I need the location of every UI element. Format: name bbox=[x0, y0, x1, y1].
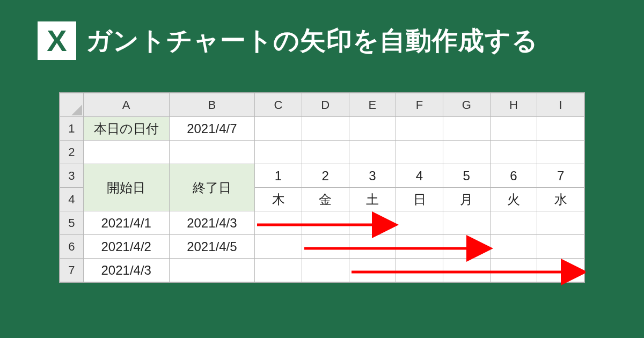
col-header-A[interactable]: A bbox=[83, 93, 169, 117]
cell-D5[interactable] bbox=[302, 211, 349, 235]
cell-F5[interactable] bbox=[396, 211, 443, 235]
cell-G6[interactable] bbox=[443, 235, 490, 259]
cell-E6[interactable] bbox=[349, 235, 396, 259]
row-header-7[interactable]: 7 bbox=[60, 259, 84, 282]
row-header-6[interactable]: 6 bbox=[60, 235, 84, 259]
cell-A2[interactable] bbox=[83, 141, 169, 164]
cell-I4[interactable]: 水 bbox=[537, 188, 584, 211]
cell-F3[interactable]: 4 bbox=[396, 164, 443, 188]
cell-E4[interactable]: 土 bbox=[349, 188, 396, 211]
excel-icon-letter: X bbox=[47, 26, 67, 56]
cell-F1[interactable] bbox=[396, 117, 443, 141]
cell-F7[interactable] bbox=[396, 259, 443, 282]
cell-G5[interactable] bbox=[443, 211, 490, 235]
cell-B6[interactable]: 2021/4/5 bbox=[169, 235, 255, 259]
cell-I7[interactable] bbox=[537, 259, 584, 282]
cell-F6[interactable] bbox=[396, 235, 443, 259]
cell-E5[interactable] bbox=[349, 211, 396, 235]
cell-F2[interactable] bbox=[396, 141, 443, 164]
col-header-B[interactable]: B bbox=[169, 93, 255, 117]
cell-C2[interactable] bbox=[255, 141, 302, 164]
cell-E3[interactable]: 3 bbox=[349, 164, 396, 188]
row-header-2[interactable]: 2 bbox=[60, 141, 84, 164]
cell-B3[interactable]: 終了日 bbox=[169, 164, 255, 211]
cell-B1[interactable]: 2021/4/7 bbox=[169, 117, 255, 141]
cell-A7[interactable]: 2021/4/3 bbox=[83, 259, 169, 282]
cell-H5[interactable] bbox=[490, 211, 537, 235]
page-header: X ガントチャートの矢印を自動作成する bbox=[0, 0, 644, 76]
cell-A5[interactable]: 2021/4/1 bbox=[83, 211, 169, 235]
cell-G2[interactable] bbox=[443, 141, 490, 164]
cell-F4[interactable]: 日 bbox=[396, 188, 443, 211]
cell-C1[interactable] bbox=[255, 117, 302, 141]
cell-C5[interactable] bbox=[255, 211, 302, 235]
select-all-corner[interactable] bbox=[60, 93, 84, 117]
cell-I5[interactable] bbox=[537, 211, 584, 235]
cell-H2[interactable] bbox=[490, 141, 537, 164]
cell-D7[interactable] bbox=[302, 259, 349, 282]
grid: A B C D E F G H I 1 本日の日付 2021/4/7 2 bbox=[60, 93, 584, 282]
cell-B7[interactable] bbox=[169, 259, 255, 282]
cell-G4[interactable]: 月 bbox=[443, 188, 490, 211]
cell-E2[interactable] bbox=[349, 141, 396, 164]
cell-I3[interactable]: 7 bbox=[537, 164, 584, 188]
cell-H1[interactable] bbox=[490, 117, 537, 141]
cell-C7[interactable] bbox=[255, 259, 302, 282]
cell-I1[interactable] bbox=[537, 117, 584, 141]
cell-A3[interactable]: 開始日 bbox=[83, 164, 169, 211]
page-title: ガントチャートの矢印を自動作成する bbox=[86, 24, 538, 58]
cell-D2[interactable] bbox=[302, 141, 349, 164]
col-header-G[interactable]: G bbox=[443, 93, 490, 117]
cell-C6[interactable] bbox=[255, 235, 302, 259]
cell-A6[interactable]: 2021/4/2 bbox=[83, 235, 169, 259]
cell-H4[interactable]: 火 bbox=[490, 188, 537, 211]
cell-H7[interactable] bbox=[490, 259, 537, 282]
cell-E1[interactable] bbox=[349, 117, 396, 141]
cell-B2[interactable] bbox=[169, 141, 255, 164]
cell-I2[interactable] bbox=[537, 141, 584, 164]
cell-E7[interactable] bbox=[349, 259, 396, 282]
cell-D6[interactable] bbox=[302, 235, 349, 259]
cell-G1[interactable] bbox=[443, 117, 490, 141]
col-header-E[interactable]: E bbox=[349, 93, 396, 117]
cell-D1[interactable] bbox=[302, 117, 349, 141]
row-header-1[interactable]: 1 bbox=[60, 117, 84, 141]
cell-A1[interactable]: 本日の日付 bbox=[83, 117, 169, 141]
col-header-D[interactable]: D bbox=[302, 93, 349, 117]
excel-icon: X bbox=[38, 21, 76, 60]
col-header-C[interactable]: C bbox=[255, 93, 302, 117]
col-header-F[interactable]: F bbox=[396, 93, 443, 117]
cell-C4[interactable]: 木 bbox=[255, 188, 302, 211]
spreadsheet: A B C D E F G H I 1 本日の日付 2021/4/7 2 bbox=[59, 92, 585, 283]
cell-D3[interactable]: 2 bbox=[302, 164, 349, 188]
cell-G3[interactable]: 5 bbox=[443, 164, 490, 188]
svg-marker-0 bbox=[71, 105, 82, 115]
cell-G7[interactable] bbox=[443, 259, 490, 282]
row-header-3[interactable]: 3 bbox=[60, 164, 84, 188]
cell-I6[interactable] bbox=[537, 235, 584, 259]
cell-H6[interactable] bbox=[490, 235, 537, 259]
cell-C3[interactable]: 1 bbox=[255, 164, 302, 188]
row-header-4[interactable]: 4 bbox=[60, 188, 84, 211]
cell-B5[interactable]: 2021/4/3 bbox=[169, 211, 255, 235]
cell-D4[interactable]: 金 bbox=[302, 188, 349, 211]
col-header-I[interactable]: I bbox=[537, 93, 584, 117]
row-header-5[interactable]: 5 bbox=[60, 211, 84, 235]
col-header-H[interactable]: H bbox=[490, 93, 537, 117]
cell-H3[interactable]: 6 bbox=[490, 164, 537, 188]
